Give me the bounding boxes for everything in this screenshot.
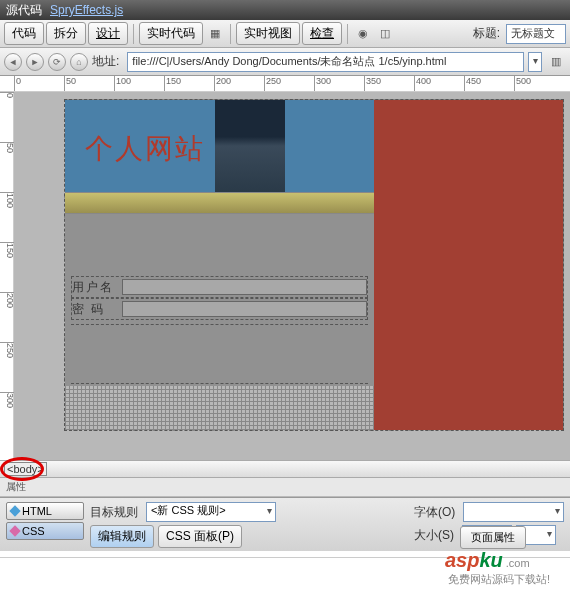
address-input[interactable] xyxy=(127,52,524,72)
spacer-block xyxy=(65,214,374,274)
vertical-ruler: 0 50 100 150 200 250 300 xyxy=(0,92,14,460)
refresh-button[interactable]: ⟳ xyxy=(48,53,66,71)
page-header: 个人网站 xyxy=(65,100,374,192)
password-input[interactable] xyxy=(122,301,367,317)
design-view-button[interactable]: 设计 xyxy=(88,22,128,45)
site-title: 个人网站 xyxy=(65,100,215,192)
target-rule-select[interactable]: <新 CSS 规则> xyxy=(146,502,276,522)
title-field-label: 标题: xyxy=(473,25,500,42)
font-label: 字体(O) xyxy=(414,504,455,521)
username-label: 用户名 xyxy=(72,279,122,296)
username-row: 用户名 xyxy=(71,276,368,298)
watermark-tagline: 免费网站源码下载站! xyxy=(448,572,550,587)
address-dropdown[interactable] xyxy=(528,52,542,72)
nav-bar xyxy=(65,192,374,214)
tool-icon-2[interactable]: ◫ xyxy=(375,24,395,44)
password-label: 密 码 xyxy=(72,301,122,318)
css-mode-button[interactable]: CSS xyxy=(6,522,84,540)
address-label: 地址: xyxy=(92,53,119,70)
back-button[interactable]: ◄ xyxy=(4,53,22,71)
form-spacer xyxy=(71,324,368,384)
design-canvas[interactable]: 个人网站 用户名 密 码 xyxy=(14,92,570,460)
left-column: 个人网站 用户名 密 码 xyxy=(65,100,374,430)
footer: aspku.com 免费网站源码下载站! xyxy=(0,557,570,607)
live-view-button[interactable]: 实时视图 xyxy=(236,22,300,45)
properties-label: 属性 xyxy=(0,478,570,497)
tag-selector-bar: <body> xyxy=(0,460,570,478)
css-panel-button[interactable]: CSS 面板(P) xyxy=(158,525,242,548)
title-bar: 源代码 SpryEffects.js xyxy=(0,0,570,20)
edit-rule-button[interactable]: 编辑规则 xyxy=(90,525,154,548)
target-rule-label: 目标规则 xyxy=(90,504,138,521)
forward-button[interactable]: ► xyxy=(26,53,44,71)
split-view-button[interactable]: 拆分 xyxy=(46,22,86,45)
watermark: aspku.com 免费网站源码下载站! xyxy=(445,549,550,587)
page-title-input[interactable] xyxy=(506,24,566,44)
source-label: 源代码 xyxy=(6,2,42,19)
size-label: 大小(S) xyxy=(414,527,454,544)
view-toolbar: 代码 拆分 设计 实时代码 ▦ 实时视图 检查 ◉ ◫ 标题: xyxy=(0,20,570,48)
annotation-circle xyxy=(0,457,44,481)
username-input[interactable] xyxy=(122,279,367,295)
page-properties-button[interactable]: 页面属性 xyxy=(460,526,526,549)
font-select[interactable] xyxy=(463,502,564,522)
header-image xyxy=(215,100,285,192)
html-mode-button[interactable]: HTML xyxy=(6,502,84,520)
address-toolbar: ◄ ► ⟳ ⌂ 地址: ▥ xyxy=(0,48,570,76)
separator xyxy=(347,24,348,44)
home-button[interactable]: ⌂ xyxy=(70,53,88,71)
tool-icon-1[interactable]: ◉ xyxy=(353,24,373,44)
horizontal-ruler: 0 50 100 150 200 250 300 350 400 450 500 xyxy=(0,76,570,92)
right-column xyxy=(374,100,563,430)
live-code-button[interactable]: 实时代码 xyxy=(139,22,203,45)
html-icon xyxy=(9,505,20,516)
browse-icon[interactable]: ▥ xyxy=(546,52,566,72)
page-table[interactable]: 个人网站 用户名 密 码 xyxy=(64,99,564,431)
css-icon xyxy=(9,525,20,536)
workspace: 0 50 100 150 200 250 300 个人网站 用户名 xyxy=(0,92,570,460)
code-view-button[interactable]: 代码 xyxy=(4,22,44,45)
login-form: 用户名 密 码 xyxy=(65,274,374,386)
source-filename[interactable]: SpryEffects.js xyxy=(50,3,123,17)
inspect-button[interactable]: 检查 xyxy=(302,22,342,45)
separator xyxy=(230,24,231,44)
password-row: 密 码 xyxy=(71,298,368,320)
live-code-icon[interactable]: ▦ xyxy=(205,24,225,44)
separator xyxy=(133,24,134,44)
